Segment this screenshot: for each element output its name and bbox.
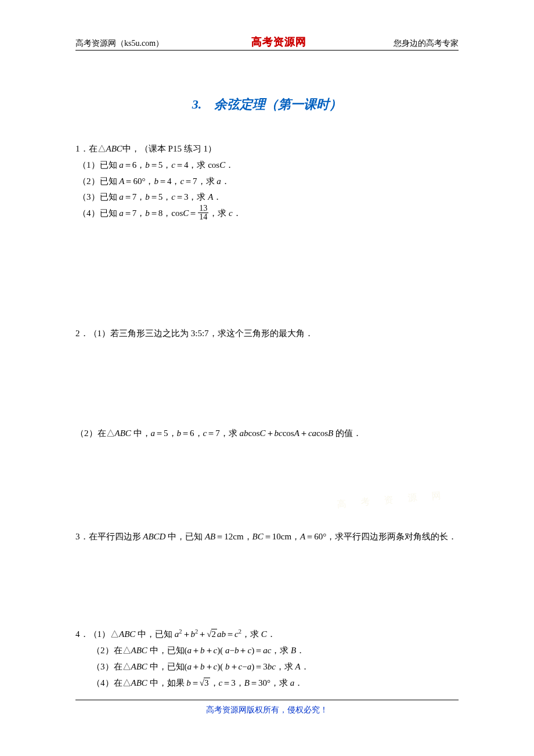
header-logo-text: 高考资源网 [251,35,306,49]
q1-sub3: （3）已知 a＝7，b＝5，c＝3，求 A． [75,189,459,206]
header-left: 高考资源网（ks5u.com） [75,38,164,49]
question-4: 4．（1）△ABC 中，已知 a2＋b2＋√2ab＝c2，求 C． （2）在△A… [75,626,459,691]
q4-sub1: 4．（1）△ABC 中，已知 a2＋b2＋√2ab＝c2，求 C． [75,626,459,643]
question-2-2: （2）在△ABC 中，a＝5，b＝6，c＝7，求 abcosC＋bccosA＋c… [75,426,459,442]
q4-sub4: （4）在△ABC 中，如果 b＝√3，c＝3，B＝30°，求 a． [75,675,459,692]
header-right: 您身边的高考专家 [394,38,459,49]
q4-sub2: （2）在△ABC 中，已知(a＋b＋c)( a−b＋c)＝ac，求 B． [75,643,459,659]
q1-stem: 1．在△ABC中，（课本 P15 练习 1） [75,141,459,157]
q1-sub4: （4）已知 a＝7，b＝8，cosC＝1314，求 c． [75,206,459,222]
page-header: 高考资源网（ks5u.com） 高考资源网 您身边的高考专家 [75,35,459,51]
fraction-13-14: 1314 [198,204,208,221]
document-title: 3. 余弦定理（第一课时） [75,96,459,113]
page-footer: 高考资源网版权所有，侵权必究！ [75,700,459,715]
question-2-1: 2．（1）若三角形三边之比为 3:5:7，求这个三角形的最大角． [75,326,459,342]
q1-sub1: （1）已知 a＝6，b＝5，c＝4，求 cosC． [75,157,459,174]
q1-sub2: （2）已知 A＝60°，b＝4，c＝7，求 a． [75,174,459,190]
document-body: 1．在△ABC中，（课本 P15 练习 1） （1）已知 a＝6，b＝5，c＝4… [75,141,459,691]
q4-sub3: （3）在△ABC 中，已知(a＋b＋c)( b＋c−a)＝3bc，求 A． [75,659,459,675]
sqrt-2: √2 [207,627,217,643]
question-3: 3．在平行四边形 ABCD 中，已知 AB＝12cm，BC＝10cm，A＝60°… [75,529,459,545]
question-1: 1．在△ABC中，（课本 P15 练习 1） （1）已知 a＝6，b＝5，c＝4… [75,141,459,222]
sqrt-3: √3 [200,675,210,692]
